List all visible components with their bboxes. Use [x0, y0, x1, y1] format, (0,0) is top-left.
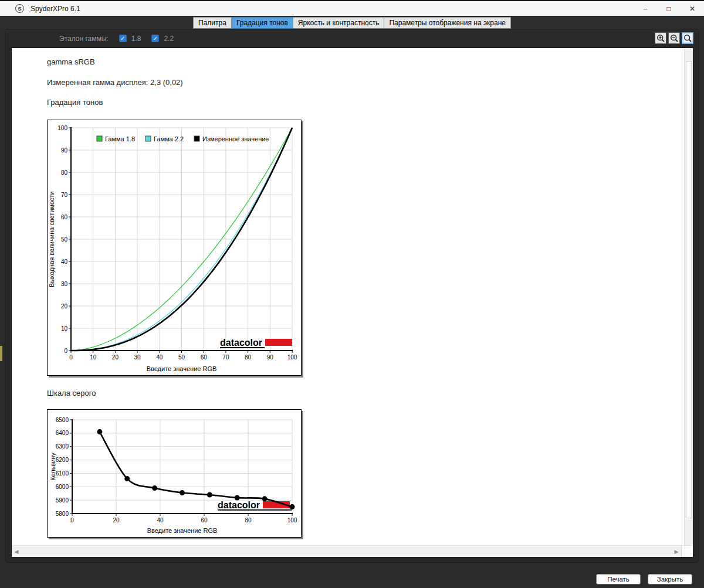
datacolor-logo: datacolor — [218, 500, 292, 511]
svg-text:Измеренное значение: Измеренное значение — [202, 135, 269, 142]
svg-text:20: 20 — [112, 354, 119, 361]
svg-text:60: 60 — [201, 517, 208, 524]
svg-text:6100: 6100 — [56, 470, 69, 477]
gray-ramp-kelvin-chart: datacolor0204060801005800590060006100620… — [47, 409, 302, 538]
app-logo-icon: S — [15, 4, 24, 13]
datacolor-logo: datacolor — [220, 338, 292, 348]
svg-text:60: 60 — [61, 214, 68, 220]
svg-text:Гамма 1.8: Гамма 1.8 — [105, 135, 135, 142]
minimize-button[interactable]: – — [634, 1, 657, 16]
window-title: SpyderXPro 6.1 — [31, 5, 80, 13]
svg-text:Введите значение RGB: Введите значение RGB — [147, 365, 217, 372]
svg-text:40: 40 — [61, 259, 68, 265]
svg-text:6500: 6500 — [56, 417, 69, 423]
svg-text:30: 30 — [134, 354, 141, 361]
svg-text:100: 100 — [287, 354, 297, 361]
scroll-left-icon[interactable]: ◀ — [12, 549, 21, 555]
window-controls: – □ ✕ — [634, 1, 704, 16]
svg-text:6400: 6400 — [56, 430, 69, 436]
footer-bar: Печать Закрыть — [0, 562, 704, 588]
magnifier-plus-icon[interactable] — [655, 32, 666, 44]
magnifier-minus-icon[interactable] — [668, 32, 680, 44]
zoom-controls — [655, 32, 693, 44]
svg-text:0: 0 — [69, 354, 73, 361]
tab-tone-response[interactable]: Градация тонов — [232, 17, 293, 29]
svg-text:60: 60 — [201, 354, 208, 361]
svg-text:10: 10 — [61, 325, 68, 332]
svg-text:100: 100 — [57, 125, 67, 131]
svg-text:Кельвину: Кельвину — [49, 453, 56, 481]
svg-text:datacolor: datacolor — [220, 338, 262, 348]
gamma-1.8-checkbox[interactable]: ✓ — [119, 35, 127, 42]
svg-text:50: 50 — [61, 236, 68, 243]
svg-text:6000: 6000 — [56, 484, 69, 490]
print-button[interactable]: Печать — [596, 574, 641, 584]
vertical-scrollbar-thumb[interactable] — [686, 61, 692, 518]
svg-text:90: 90 — [61, 147, 68, 154]
tab-palette[interactable]: Палитра — [193, 17, 232, 29]
svg-text:40: 40 — [157, 517, 164, 524]
svg-text:30: 30 — [61, 281, 68, 287]
svg-text:50: 50 — [178, 354, 185, 361]
close-window-button[interactable]: ✕ — [681, 1, 704, 16]
svg-text:5900: 5900 — [56, 497, 69, 504]
svg-text:90: 90 — [267, 354, 274, 361]
magnifier-icon[interactable] — [682, 32, 693, 44]
gamma-2.2-checkbox[interactable]: ✓ — [151, 35, 159, 42]
measured-gamma-text: Измеренная гамма дисплея: 2,3 (0,02) — [47, 78, 183, 87]
svg-text:10: 10 — [90, 354, 97, 361]
svg-text:Введите значение RGB: Введите значение RGB — [147, 527, 218, 534]
gamma-2.2-label: 2.2 — [164, 35, 174, 43]
svg-text:20: 20 — [113, 517, 120, 524]
svg-text:70: 70 — [61, 192, 68, 198]
svg-text:0: 0 — [70, 517, 74, 524]
tone-response-chart: datacolor0102030405060708090100010203040… — [47, 120, 302, 376]
scroll-right-icon[interactable]: ▶ — [672, 549, 681, 555]
gamma-profile-name: gamma sRGB — [47, 57, 95, 66]
gamma-1.8-label: 1.8 — [131, 35, 141, 43]
svg-text:20: 20 — [61, 303, 68, 310]
gray-ramp-heading: Шкала серого — [47, 389, 96, 397]
content-frame: Эталон гаммы: ✓ 1.8 ✓ 2.2 — [5, 29, 699, 563]
svg-text:Выходная величина светимости: Выходная величина светимости — [48, 191, 55, 287]
tab-brightness-contrast[interactable]: Яркость и контрастность — [293, 17, 385, 29]
tab-bar: Палитра Градация тонов Яркость и контрас… — [0, 17, 704, 29]
svg-text:100: 100 — [287, 517, 297, 524]
report-panel: gamma sRGB Измеренная гамма дисплея: 2,3… — [11, 47, 693, 558]
svg-text:80: 80 — [245, 517, 252, 524]
maximize-button[interactable]: □ — [657, 1, 681, 16]
gamma-reference-toolbar: Эталон гаммы: ✓ 1.8 ✓ 2.2 — [5, 29, 699, 47]
svg-text:6200: 6200 — [56, 457, 69, 463]
svg-text:5800: 5800 — [56, 511, 69, 517]
svg-text:Гамма 2.2: Гамма 2.2 — [154, 135, 184, 142]
scrollbar-corner — [681, 546, 693, 557]
background-window-sliver — [0, 346, 2, 361]
svg-text:80: 80 — [61, 169, 68, 176]
svg-text:40: 40 — [156, 354, 163, 361]
svg-text:70: 70 — [222, 354, 229, 361]
horizontal-scrollbar[interactable]: ◀ ▶ — [12, 545, 693, 557]
chart-canvas: datacolor0204060801005800590060006100620… — [48, 410, 302, 538]
close-button[interactable]: Закрыть — [648, 574, 692, 584]
title-bar: S SpyderXPro 6.1 – □ ✕ — [0, 1, 704, 16]
tab-screen-display-options[interactable]: Параметры отображения на экране — [384, 17, 511, 29]
gamma-reference-label: Эталон гаммы: — [59, 35, 109, 43]
svg-text:datacolor: datacolor — [218, 500, 260, 510]
vertical-scrollbar[interactable] — [684, 48, 693, 545]
svg-text:6300: 6300 — [56, 443, 69, 450]
svg-text:0: 0 — [64, 348, 67, 354]
app-window: S SpyderXPro 6.1 – □ ✕ Палитра Градация … — [0, 0, 704, 588]
tone-response-heading: Градация тонов — [47, 98, 103, 107]
chart-canvas: datacolor0102030405060708090100010203040… — [48, 120, 302, 376]
svg-text:80: 80 — [245, 354, 252, 361]
